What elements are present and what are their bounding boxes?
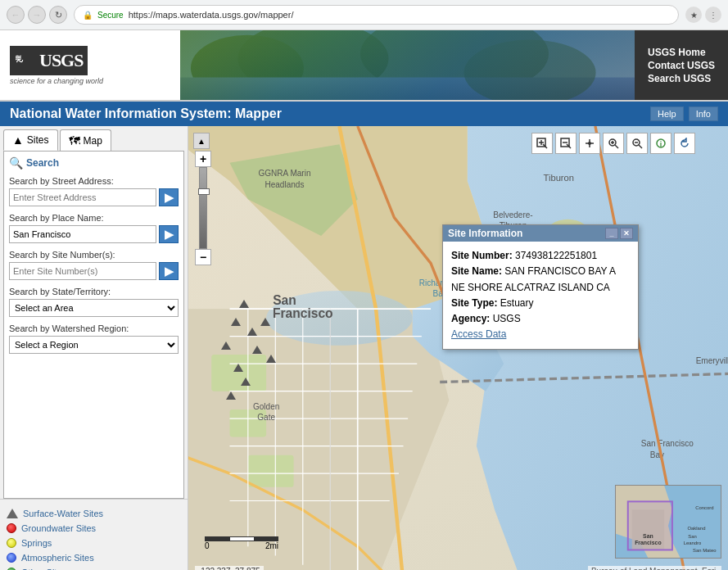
scale-text: 0 2mi <box>205 541 278 550</box>
help-button[interactable]: Help <box>650 106 684 121</box>
agency-value: USGS <box>493 313 521 324</box>
mini-map[interactable]: San Francisco Oakland San Leandro San Ma… <box>615 485 721 559</box>
site-marker-8[interactable] <box>260 318 270 326</box>
main-layout: ▲ Sites 🗺 Map 🔍 Search Search by Street … <box>0 126 728 570</box>
site-marker-9[interactable] <box>266 355 276 363</box>
menu-button[interactable]: ⋮ <box>705 7 721 23</box>
search-title: Search <box>26 157 59 169</box>
svg-line-66 <box>639 145 642 148</box>
site-number-input[interactable] <box>9 262 156 280</box>
scale-bar: 0 2mi <box>205 536 278 550</box>
title-bar-buttons: Help Info <box>650 106 718 121</box>
usgs-logo-area: ~ ≋ USGS science for a changing world <box>0 30 180 100</box>
legend-atmospheric[interactable]: Atmospheric Sites <box>3 550 184 565</box>
svg-text:Francisco: Francisco <box>635 540 661 545</box>
agency-row: Agency: USGS <box>451 311 630 327</box>
usgs-logo-text: USGS <box>39 50 83 71</box>
site-marker-10[interactable] <box>226 391 236 400</box>
site-name-row: Site Name: SAN FRANCISCO BAY A NE SHORE … <box>451 264 630 295</box>
access-data-row: Access Data <box>451 327 630 342</box>
compass-area: ▲ <box>193 133 210 149</box>
popup-minimize-button[interactable]: _ <box>605 228 618 239</box>
popup-controls: _ ✕ <box>605 228 633 239</box>
svg-text:Oakland: Oakland <box>687 526 705 531</box>
svg-text:Leandro: Leandro <box>684 541 702 545</box>
zoom-controls: + − <box>195 151 211 265</box>
state-select[interactable]: Select an Area <box>9 299 179 317</box>
place-name-go-button[interactable]: ▶ <box>159 225 179 243</box>
usgs-home-link[interactable]: USGS Home <box>648 47 715 58</box>
svg-text:i: i <box>660 140 662 148</box>
site-marker-6[interactable] <box>241 378 251 386</box>
legend-other[interactable]: Other Sites <box>3 565 184 570</box>
address-bar: 🔒 Secure https://maps.waterdata.usgs.gov… <box>74 5 679 25</box>
zoom-minus-button[interactable] <box>626 133 648 154</box>
search-usgs-link[interactable]: Search USGS <box>648 73 715 84</box>
zoom-in-button[interactable]: + <box>195 151 211 167</box>
site-number-row: ▶ <box>9 262 179 280</box>
zoom-in-rect-button[interactable] <box>531 133 553 154</box>
search-icon: 🔍 <box>9 156 23 170</box>
star-button[interactable]: ★ <box>685 7 702 23</box>
site-marker-2[interactable] <box>231 318 241 326</box>
tab-sites[interactable]: ▲ Sites <box>3 129 58 151</box>
reload-button[interactable]: ↻ <box>49 6 67 24</box>
legend-surface-water[interactable]: Surface-Water Sites <box>3 506 184 521</box>
contact-usgs-link[interactable]: Contact USGS <box>648 60 715 71</box>
refresh-button[interactable] <box>674 133 695 154</box>
pan-button[interactable] <box>579 133 600 154</box>
legend-groundwater[interactable]: Groundwater Sites <box>3 521 184 536</box>
info-button[interactable]: Info <box>689 106 718 121</box>
site-number-go-button[interactable]: ▶ <box>159 262 179 280</box>
zoom-out-button[interactable]: − <box>195 249 211 265</box>
agency-label: Agency: <box>451 313 493 324</box>
place-name-label: Search by Place Name: <box>9 213 179 223</box>
tab-sites-label: Sites <box>27 134 49 146</box>
svg-point-6 <box>360 30 549 97</box>
street-address-row: ▶ <box>9 188 179 206</box>
svg-text:≋: ≋ <box>15 53 21 62</box>
map-icon: 🗺 <box>69 134 80 147</box>
site-marker-5[interactable] <box>233 364 243 372</box>
site-marker-1[interactable] <box>221 342 231 350</box>
street-address-input[interactable] <box>9 188 156 206</box>
street-address-label: Search by Street Address: <box>9 176 179 186</box>
go-arrow-icon: ▶ <box>165 191 174 204</box>
svg-point-8 <box>464 40 596 101</box>
legend-springs[interactable]: Springs <box>3 536 184 550</box>
forward-button[interactable]: → <box>28 6 46 24</box>
back-button[interactable]: ← <box>7 6 25 24</box>
title-bar: National Water Information System: Mappe… <box>0 102 728 126</box>
place-name-input[interactable] <box>9 225 156 243</box>
watershed-group: Search by Watershed Region: Select a Reg… <box>9 323 179 354</box>
nav-up-button[interactable]: ▲ <box>193 133 210 149</box>
watershed-select[interactable]: Select a Region <box>9 336 179 354</box>
usgs-banner <box>180 30 635 100</box>
search-panel: 🔍 Search Search by Street Address: ▶ Sea… <box>3 151 184 499</box>
site-marker-4[interactable] <box>247 328 257 336</box>
zoom-out-rect-button[interactable] <box>555 133 577 154</box>
atmospheric-label: Atmospheric Sites <box>21 553 94 563</box>
identify-button[interactable]: i <box>650 133 671 154</box>
svg-point-60 <box>588 142 591 145</box>
access-data-link[interactable]: Access Data <box>451 328 506 340</box>
svg-rect-7 <box>180 78 635 101</box>
attribution-text: Bureau of Land Management, Esri, <box>591 567 718 570</box>
site-marker-3[interactable] <box>239 300 249 308</box>
zoom-slider-handle[interactable] <box>198 188 210 195</box>
site-info-popup: Site Information _ ✕ Site Number: 374938… <box>442 224 639 350</box>
svg-text:San Mateo: San Mateo <box>693 549 717 554</box>
zoom-plus-button[interactable] <box>603 133 624 154</box>
popup-close-button[interactable]: ✕ <box>620 228 633 239</box>
tab-map[interactable]: 🗺 Map <box>60 129 111 151</box>
address-url: https://maps.waterdata.usgs.gov/mapper/ <box>129 10 294 20</box>
svg-rect-3 <box>180 30 635 100</box>
scale-value: 2mi <box>265 541 278 550</box>
site-marker-7[interactable] <box>252 346 262 354</box>
street-address-go-button[interactable]: ▶ <box>159 188 179 206</box>
site-type-label: Site Type: <box>451 297 500 309</box>
watershed-label: Search by Watershed Region: <box>9 323 179 333</box>
map-attribution: Bureau of Land Management, Esri, <box>588 566 721 570</box>
tab-map-label: Map <box>84 135 102 147</box>
map-area[interactable]: San Francisco Tiburon Belvedere- Tiburon… <box>188 126 728 570</box>
